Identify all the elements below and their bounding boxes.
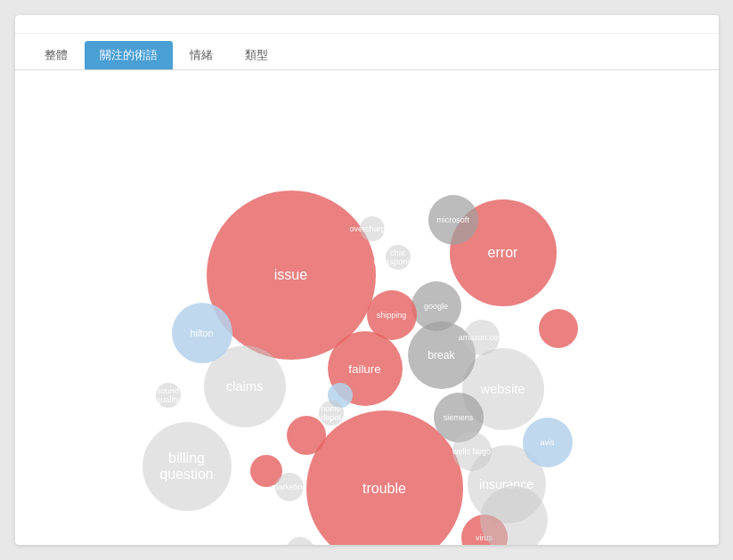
tabs-container: 整體關注的術語情緒類型 <box>15 34 719 70</box>
bubble-billing-question[interactable]: billing question <box>143 422 232 511</box>
bubble-access-issue[interactable]: access issue <box>286 537 314 545</box>
card: 整體關注的術語情緒類型 issuetroubleerrorfailureclai… <box>15 15 719 545</box>
tab-3[interactable]: 類型 <box>230 41 283 69</box>
tab-2[interactable]: 情緒 <box>175 41 228 69</box>
bubble-microsoft[interactable]: microsoft <box>428 195 478 245</box>
bubble-sound-quality[interactable]: sound quality <box>156 383 181 408</box>
bubble-google[interactable]: google <box>411 281 461 331</box>
bubble-avis[interactable]: avis <box>523 418 573 467</box>
bubble-overcharged[interactable]: overcharged <box>360 216 385 241</box>
bubble-wells-fargo[interactable]: wells fargo <box>452 432 492 471</box>
chart-area: issuetroubleerrorfailureclaimsbilling qu… <box>15 70 719 545</box>
bubble-hilton[interactable]: hilton <box>172 303 232 363</box>
bubble-shipping[interactable]: shipping <box>367 290 417 340</box>
card-header <box>15 15 719 34</box>
bubble-amazon-com[interactable]: amazon.com <box>464 320 500 355</box>
tab-1[interactable]: 關注的術語 <box>85 41 173 69</box>
tab-0[interactable]: 整體 <box>29 41 83 69</box>
bubble-chat-unresponsive[interactable]: chat unresponsive <box>386 245 411 270</box>
bubble-small3[interactable] <box>539 309 578 348</box>
bubble-virus-bg[interactable] <box>480 486 548 545</box>
bubble-home-depot[interactable]: home depot <box>319 401 344 426</box>
bubble-marketing[interactable]: marketing <box>275 473 304 501</box>
